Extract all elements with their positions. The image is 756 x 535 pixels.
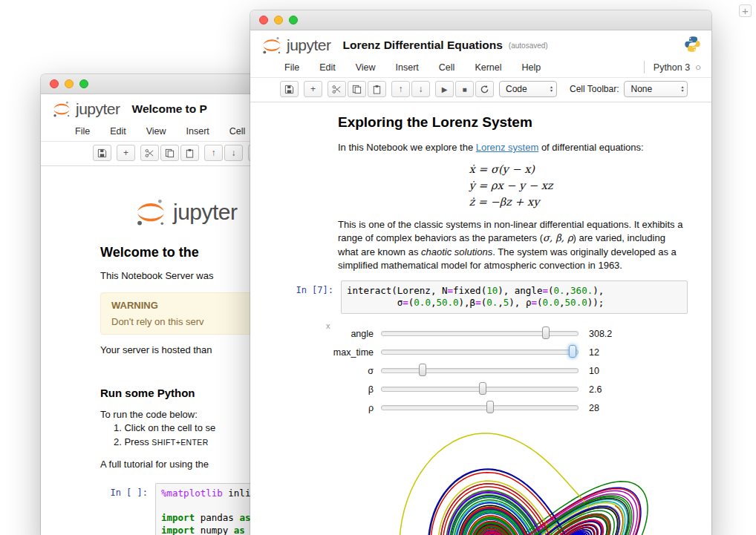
close-button[interactable] bbox=[50, 79, 59, 88]
minimize-button[interactable] bbox=[274, 16, 283, 24]
interrupt-kernel-button[interactable]: ■ bbox=[455, 81, 474, 97]
notebook-title[interactable]: Lorenz Differential Equations bbox=[343, 39, 503, 52]
add-cell-button[interactable]: + bbox=[304, 81, 322, 97]
cut-cell-button[interactable] bbox=[140, 145, 159, 161]
slider-row: max_time12 bbox=[286, 343, 711, 361]
menu-help[interactable]: Help bbox=[522, 62, 541, 73]
slider-track[interactable] bbox=[381, 405, 579, 410]
minimize-button[interactable] bbox=[65, 79, 74, 88]
save-button[interactable] bbox=[93, 145, 111, 161]
code-input-area[interactable]: interact(Lorenz, N=fixed(10), angle=(0.,… bbox=[341, 280, 688, 315]
slider-track[interactable] bbox=[381, 331, 579, 336]
equations-block: ẋ = σ(y − x) ẏ = ρx − y − xz ż = −βz + x… bbox=[338, 162, 684, 210]
notebook-title[interactable]: Welcome to P bbox=[132, 102, 207, 116]
titlebar bbox=[250, 10, 711, 30]
play-icon: ▶ bbox=[442, 85, 448, 93]
menu-cell[interactable]: Cell bbox=[229, 126, 246, 137]
slider-track[interactable] bbox=[381, 387, 579, 392]
move-up-button[interactable]: ↑ bbox=[204, 145, 223, 161]
equation-line: ẋ = σ(y − x) bbox=[469, 162, 553, 178]
menu-cell[interactable]: Cell bbox=[439, 62, 455, 73]
menu-file[interactable]: File bbox=[284, 62, 299, 73]
cell-prompt: In [7]: bbox=[281, 280, 341, 315]
toolbar: + ↑ ↓ ▶ ■ Code ▴▾ Cell Toolb bbox=[250, 78, 711, 102]
restart-kernel-button[interactable] bbox=[475, 81, 494, 97]
slider-row: σ10 bbox=[286, 361, 711, 380]
menu-kernel[interactable]: Kernel bbox=[475, 62, 501, 73]
text-segment: chaotic solutions bbox=[421, 246, 492, 257]
arrow-down-icon: ↓ bbox=[419, 84, 423, 94]
cell-toolbar-select[interactable]: None ▴▾ bbox=[624, 81, 688, 97]
jupyter-logo[interactable]: jupyter bbox=[53, 100, 120, 118]
slider-track[interactable] bbox=[381, 368, 579, 373]
menu-edit[interactable]: Edit bbox=[319, 62, 336, 73]
save-button[interactable] bbox=[280, 81, 299, 97]
jupyter-icon bbox=[136, 197, 166, 227]
kernel-name: Python 3 bbox=[654, 62, 690, 73]
fullscreen-button[interactable] bbox=[289, 16, 298, 24]
slider-handle[interactable] bbox=[542, 326, 550, 339]
text-segment: σ, β, ρ bbox=[543, 232, 573, 243]
inline-link[interactable]: Lorenz system bbox=[476, 142, 539, 153]
slider-label: β bbox=[286, 384, 381, 395]
slider-handle[interactable] bbox=[569, 345, 576, 358]
copy-cell-button[interactable] bbox=[160, 145, 179, 161]
slider-track[interactable] bbox=[381, 349, 579, 355]
paste-icon bbox=[185, 148, 195, 158]
python-icon bbox=[684, 36, 701, 53]
jupyter-wordmark: jupyter bbox=[76, 100, 120, 118]
move-down-button[interactable]: ↓ bbox=[224, 145, 243, 161]
lorenz-plot bbox=[360, 427, 687, 535]
menu-file[interactable]: File bbox=[75, 126, 90, 137]
slider-value: 28 bbox=[589, 403, 599, 413]
python-logo bbox=[684, 36, 701, 56]
slider-handle[interactable] bbox=[419, 364, 426, 376]
save-icon bbox=[284, 85, 294, 94]
menu-insert[interactable]: Insert bbox=[396, 62, 419, 73]
slider-value: 12 bbox=[589, 347, 599, 358]
slider-row: angle308.2 bbox=[286, 324, 711, 343]
jupyter-logo[interactable]: jupyter bbox=[262, 36, 331, 55]
run-cell-button[interactable]: ▶ bbox=[435, 81, 454, 97]
stop-icon: ■ bbox=[462, 85, 466, 93]
copy-cell-button[interactable] bbox=[348, 81, 366, 97]
cut-icon bbox=[145, 148, 154, 158]
select-arrows-icon: ▴▾ bbox=[544, 85, 553, 93]
zoom-plus-button[interactable]: + bbox=[739, 4, 752, 17]
add-cell-button[interactable]: + bbox=[117, 145, 135, 161]
body-paragraph: This is one of the classic systems in no… bbox=[338, 218, 684, 273]
menu-view[interactable]: View bbox=[146, 126, 166, 137]
slider-handle[interactable] bbox=[486, 401, 494, 413]
arrow-up-icon: ↑ bbox=[399, 84, 403, 94]
slider-label: max_time bbox=[286, 347, 381, 358]
fullscreen-button[interactable] bbox=[79, 79, 88, 88]
paste-cell-button[interactable] bbox=[368, 81, 386, 97]
plus-icon: + bbox=[123, 148, 128, 158]
slider-row: β2.6 bbox=[286, 380, 711, 398]
jupyter-wordmark: jupyter bbox=[287, 36, 331, 54]
notebook-body: Exploring the Lorenz System In this Note… bbox=[250, 102, 711, 535]
close-button[interactable] bbox=[259, 16, 268, 24]
jupyter-wordmark: jupyter bbox=[173, 200, 238, 225]
cell-type-select[interactable]: Code ▴▾ bbox=[499, 81, 557, 97]
cell-type-value: Code bbox=[506, 84, 527, 94]
restart-icon bbox=[480, 85, 489, 94]
cell-toolbar-value: None bbox=[630, 84, 652, 94]
slider-handle[interactable] bbox=[479, 382, 486, 395]
text-segment: SHIFT+ENTER bbox=[151, 438, 208, 447]
code-cell: In [7]: interact(Lorenz, N=fixed(10), an… bbox=[250, 273, 711, 318]
kernel-status-icon: ○ bbox=[695, 62, 701, 73]
menu-insert[interactable]: Insert bbox=[186, 126, 209, 137]
code-line: interact(Lorenz, N=fixed(10), angle=(0.,… bbox=[347, 285, 682, 298]
move-up-button[interactable]: ↑ bbox=[391, 81, 410, 97]
menu-view[interactable]: View bbox=[356, 62, 376, 73]
slider-label: ρ bbox=[286, 403, 381, 413]
slider-value: 10 bbox=[589, 366, 599, 376]
widget-close-button[interactable]: x bbox=[326, 321, 330, 330]
move-down-button[interactable]: ↓ bbox=[411, 81, 430, 97]
cell-toolbar-label: Cell Toolbar: bbox=[570, 84, 619, 94]
notebook-header: jupyter Lorenz Differential Equations (a… bbox=[250, 30, 711, 59]
cut-cell-button[interactable] bbox=[328, 81, 346, 97]
paste-cell-button[interactable] bbox=[180, 145, 199, 161]
menu-edit[interactable]: Edit bbox=[110, 126, 126, 137]
